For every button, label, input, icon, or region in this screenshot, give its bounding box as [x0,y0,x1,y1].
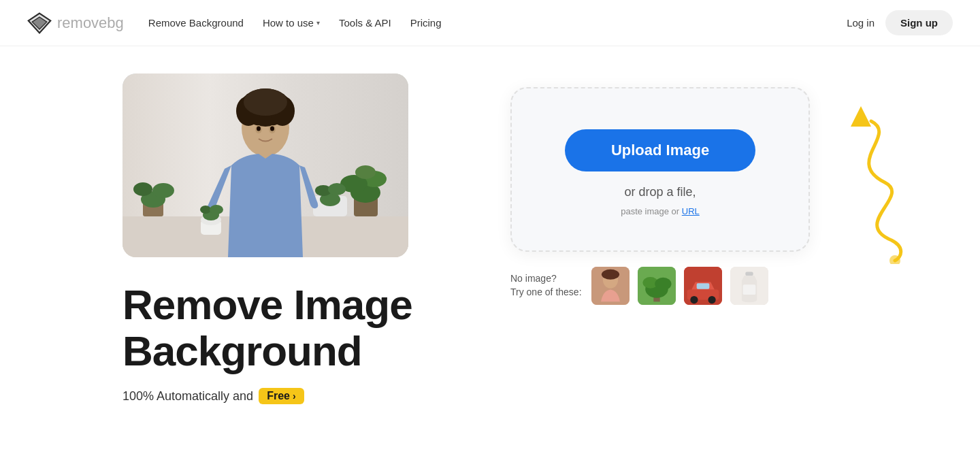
svg-point-35 [210,205,223,214]
sample-thumb-woman[interactable] [590,265,631,306]
navbar: removebg Remove Background How to use ▾ … [0,0,980,46]
url-link[interactable]: URL [682,206,700,216]
svg-point-24 [244,88,287,116]
svg-marker-37 [851,106,871,127]
sample-thumb-plant-inner [638,267,676,305]
svg-point-28 [270,127,274,131]
svg-rect-52 [745,272,753,276]
nav-pricing[interactable]: Pricing [410,17,442,29]
drop-text: or drop a file, [624,185,696,199]
svg-point-36 [889,255,900,264]
nav-links: Remove Background How to use ▾ Tools & A… [148,17,442,29]
logo[interactable]: removebg [27,11,124,35]
arrow-icon: › [293,391,296,402]
free-badge: Free › [259,388,304,404]
decorative-triangle [851,106,871,129]
svg-point-49 [708,296,715,304]
hero-subtitle: 100% Automatically and Free › [122,388,436,404]
signup-button[interactable]: Sign up [885,10,953,35]
svg-point-19 [328,183,346,195]
sample-thumb-car[interactable] [683,265,723,306]
nav-right: Log in Sign up [847,10,953,35]
svg-point-40 [601,269,619,280]
logo-icon [27,11,52,35]
sample-thumb-bottle[interactable] [729,265,770,306]
logo-text: removebg [57,14,124,32]
svg-point-9 [133,182,152,196]
svg-point-48 [690,296,698,304]
login-button[interactable]: Log in [847,17,875,29]
nav-remove-background[interactable]: Remove Background [148,17,244,29]
svg-point-10 [152,183,174,198]
paste-text: paste image or URL [621,206,700,216]
svg-rect-50 [696,283,709,289]
svg-point-15 [355,165,376,179]
svg-point-45 [655,278,671,291]
hero-left: Remove Image Background 100% Automatical… [122,73,436,404]
nav-left: removebg Remove Background How to use ▾ … [27,11,442,35]
svg-point-34 [200,206,211,214]
sample-thumb-woman-inner [591,267,630,305]
hero-image [122,73,408,257]
hero-title: Remove Image Background [122,282,436,374]
upload-image-button[interactable]: Upload Image [565,129,755,171]
upload-card: Upload Image or drop a file, paste image… [510,87,810,252]
svg-point-27 [257,127,261,131]
sample-section: No image? Try one of these: [510,265,810,306]
hero-section: Remove Image Background 100% Automatical… [0,46,980,475]
chevron-down-icon: ▾ [316,19,320,27]
nav-how-to-use[interactable]: How to use ▾ [263,17,320,29]
sample-images [590,265,770,306]
sample-thumb-bottle-inner [730,267,768,305]
sample-label: No image? Try one of these: [510,272,582,299]
sample-thumb-plant[interactable] [636,265,677,306]
svg-rect-53 [742,284,755,295]
sample-thumb-car-inner [684,267,722,305]
hero-image-placeholder [122,73,408,257]
nav-tools-api[interactable]: Tools & API [339,17,391,29]
hero-illustration [122,73,408,257]
decorative-squiggle [830,114,912,267]
hero-right: Upload Image or drop a file, paste image… [436,73,885,306]
